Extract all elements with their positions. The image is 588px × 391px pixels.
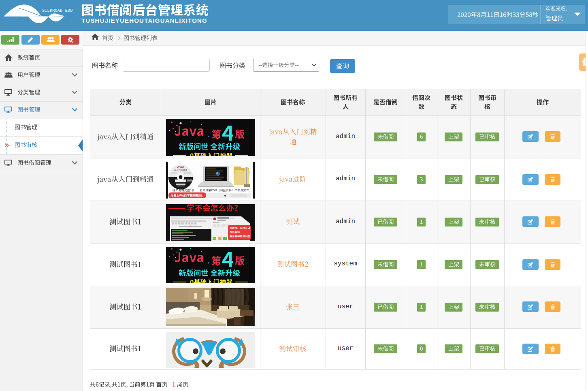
svg-text:JAVA: JAVA xyxy=(177,165,184,168)
svg-text:从入门到精通: 从入门到精通 xyxy=(174,169,188,172)
